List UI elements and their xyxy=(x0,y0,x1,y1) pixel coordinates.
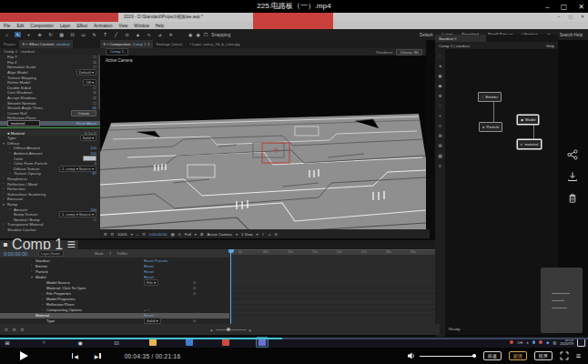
fullscreen-icon[interactable] xyxy=(560,351,569,360)
paragraph-panel-icon[interactable]: ◉ xyxy=(196,32,199,37)
tab-stardust[interactable]: Stardust ≡ xyxy=(435,35,486,42)
stopwatch-icon[interactable]: ⊙ xyxy=(193,286,196,290)
tray-icon-red[interactable] xyxy=(539,340,542,344)
viewport-toolbar-item[interactable]: Full xyxy=(185,232,191,237)
tool-icon[interactable]: ∿ xyxy=(146,32,152,37)
row-value[interactable]: Reset Presets xyxy=(144,258,167,263)
node-tool-icon[interactable]: ⊞ xyxy=(438,133,441,138)
tool-icon[interactable]: T xyxy=(102,32,108,37)
viewport-toolbar-item[interactable]: 100% xyxy=(117,232,127,237)
viewport-toolbar-item[interactable]: ▾ xyxy=(236,232,238,237)
character-panel-icon[interactable]: ◉ xyxy=(188,32,192,37)
search-help-label[interactable]: Search Help xyxy=(560,33,583,37)
network-icon[interactable]: ▥ xyxy=(553,340,556,345)
column-mode[interactable]: Mode xyxy=(95,251,104,256)
volume-icon[interactable] xyxy=(407,351,416,360)
node-emitter[interactable]: ∷ Emitter xyxy=(478,92,502,102)
stopwatch-icon[interactable]: ⊙ xyxy=(193,318,196,323)
tool-icon[interactable]: ⊕ xyxy=(36,32,43,37)
volume-knob[interactable] xyxy=(472,354,476,358)
node-tool-icon[interactable]: ≡ xyxy=(439,163,441,168)
property-value[interactable]: ☑ xyxy=(93,90,96,95)
tool-icon[interactable]: ✕ xyxy=(167,32,174,37)
menu-item[interactable]: Composition xyxy=(30,24,54,28)
minimize-button[interactable]: – xyxy=(545,3,549,11)
tool-icon[interactable]: ⊡ xyxy=(69,32,76,37)
menu-item[interactable]: Window xyxy=(134,24,148,28)
menu-item[interactable]: Edit xyxy=(16,24,24,28)
zoom-slider-knob[interactable] xyxy=(227,328,230,331)
tab-timeline-comp[interactable]: ▪ Comp 1 ≡ xyxy=(0,240,78,249)
node-tool-icon[interactable]: ○ xyxy=(439,103,441,108)
tool-icon[interactable]: + xyxy=(25,32,32,37)
viewport-toolbar-item[interactable]: 0:00:00:00 xyxy=(149,232,167,237)
viewport-toolbar-item[interactable]: ⊠ xyxy=(200,232,204,237)
viewport-toolbar-item[interactable]: ▦ xyxy=(171,232,175,237)
tool-icon[interactable]: ↖ xyxy=(15,32,21,37)
video-frame[interactable]: 2019 - D:\Standard\Project\视频\ae.aep * –… xyxy=(0,13,588,348)
node-tool-icon[interactable]: ∷ xyxy=(439,53,441,58)
node-tool-icon[interactable]: ◆ xyxy=(439,83,442,88)
tool-icon[interactable]: ▦ xyxy=(58,32,65,37)
viewport-toolbar-item[interactable]: Active Camera xyxy=(207,232,231,237)
tray-caret-icon[interactable]: ∧ xyxy=(526,340,529,345)
cast-button[interactable]: 投屏 xyxy=(534,351,553,360)
tool-icon[interactable]: ⌂ xyxy=(4,32,10,37)
tab-composition[interactable]: ✕ ▪ Composition Comp 1 ≡ xyxy=(100,40,153,48)
tool-icon[interactable]: ✎ xyxy=(91,32,97,37)
property-value[interactable]: ☐ xyxy=(93,55,96,59)
timeline-ruler-area[interactable] xyxy=(229,249,435,324)
node-model[interactable]: ◆ Model xyxy=(517,115,539,125)
menu-item[interactable]: Animation xyxy=(94,24,112,28)
viewport-toolbar-item[interactable]: + xyxy=(137,232,138,237)
node-material[interactable]: ◐ material xyxy=(517,139,542,149)
current-timecode[interactable]: 0:00:00:00 xyxy=(0,251,38,257)
playlist-icon[interactable]: ≡ xyxy=(576,352,581,360)
node-particle[interactable]: ● Particle xyxy=(479,122,502,132)
active-camera-label[interactable]: Active Camera xyxy=(106,58,133,63)
effect-property-row[interactable]: › Shadow Catcher xyxy=(0,228,100,233)
tray-app-icon[interactable] xyxy=(510,340,513,344)
row-value[interactable]: Reset xyxy=(144,264,154,268)
column-trkmat[interactable]: TrkMat xyxy=(117,251,127,256)
effect-property-row[interactable]: material Reset About xyxy=(0,121,100,126)
menu-item[interactable]: Help xyxy=(156,24,164,28)
maximize-button[interactable]: ▢ xyxy=(561,3,568,11)
help-link[interactable]: Help xyxy=(546,44,554,48)
tool-icon[interactable]: ⊙ xyxy=(124,32,130,37)
column-layer-name[interactable]: Layer Name xyxy=(41,251,60,256)
stopwatch-icon[interactable]: ⊙ xyxy=(193,291,196,296)
viewport-toolbar-item[interactable]: ⊿ xyxy=(268,232,271,237)
toggle-switches-icon[interactable]: ⊡ xyxy=(5,328,8,332)
tool-icon[interactable]: ▭ xyxy=(80,32,86,37)
menu-item[interactable]: View xyxy=(118,24,127,28)
volume-control[interactable] xyxy=(407,351,476,360)
property-value[interactable]: 100 xyxy=(90,151,96,156)
comp-mini-tab[interactable]: Comp 1 xyxy=(106,48,128,56)
property-value[interactable]: 100 xyxy=(90,146,96,150)
column-t[interactable]: T xyxy=(109,251,111,256)
viewport-toolbar-item[interactable]: # xyxy=(262,232,264,237)
renderer-button[interactable]: Classic 3D xyxy=(396,49,422,56)
node-tool-icon[interactable]: ⊕ xyxy=(438,93,441,98)
previous-button[interactable]: ◀ xyxy=(72,353,78,359)
playback-speed-button[interactable]: 倍速 xyxy=(483,351,502,360)
viewport-toolbar-item[interactable]: ▾ xyxy=(257,232,259,237)
stopwatch-icon[interactable]: ⊙ xyxy=(193,280,196,285)
node-tool-icon[interactable]: ◇ xyxy=(439,123,442,128)
seek-bar[interactable] xyxy=(0,338,588,339)
tab-layer[interactable]: ▪ Layer camry_2d_b_color.jpg xyxy=(186,42,243,46)
download-icon[interactable] xyxy=(567,171,578,182)
play-button[interactable] xyxy=(20,351,28,360)
menu-item[interactable]: Effect xyxy=(76,24,87,28)
tool-icon[interactable]: ╱ xyxy=(113,32,119,37)
property-value[interactable]: Reset About xyxy=(76,121,96,126)
property-value[interactable]: ☑ xyxy=(93,96,96,100)
next-button[interactable]: ▶ xyxy=(95,353,101,359)
language-indicator[interactable]: CH xyxy=(517,340,522,345)
tool-icon[interactable]: ▲ xyxy=(135,32,141,37)
security-shield-icon[interactable]: ◆ xyxy=(546,340,549,345)
viewport-canvas[interactable]: Active Camera xyxy=(100,56,426,229)
row-value[interactable]: Reset xyxy=(144,269,154,274)
tray-icon-blue[interactable] xyxy=(532,340,536,344)
